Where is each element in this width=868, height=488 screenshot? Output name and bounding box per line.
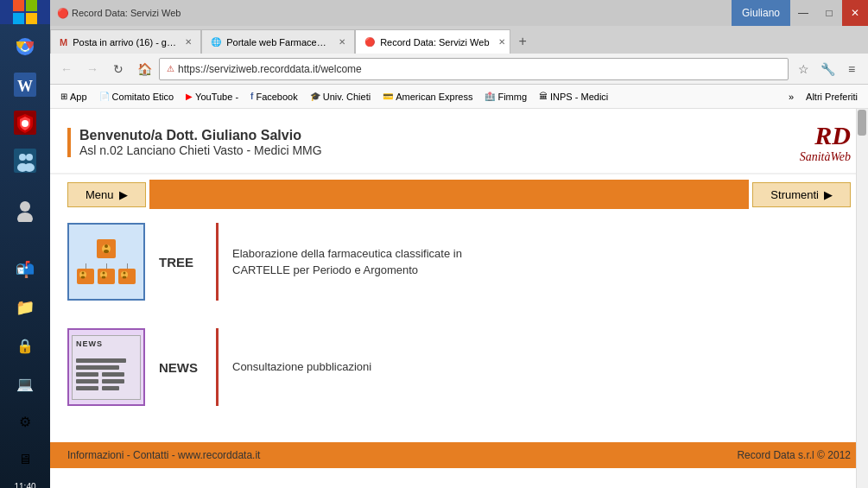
tree-item[interactable]: TREE Elaborazione della farmaceutica cla… [67, 223, 851, 314]
wrench-button[interactable]: 🔧 [816, 58, 839, 80]
logo-rd: RD [800, 121, 851, 150]
amex-icon: 💳 [383, 92, 393, 101]
tree-label: TREE [159, 255, 202, 269]
svg-point-22 [102, 276, 106, 279]
svg-point-19 [81, 276, 86, 279]
close-button[interactable]: ✕ [842, 0, 868, 26]
bookmark-apps[interactable]: ⊞ App [55, 90, 92, 104]
forward-button[interactable]: → [81, 58, 104, 80]
bookmark-youtube[interactable]: ▶ YouTube - [181, 90, 244, 104]
svg-point-11 [24, 163, 35, 172]
welcome-title: Benvenuto/a Dott. Giuliano Salvio [79, 128, 322, 143]
svg-point-24 [124, 272, 126, 275]
tab-close-recorddata[interactable]: ✕ [498, 37, 505, 47]
taskbar-icon-rdp[interactable]: 💻 [8, 366, 42, 401]
bookmark-others[interactable]: Altri Preferiti [801, 90, 863, 104]
bookmark-amex[interactable]: 💳 American Express [377, 90, 478, 104]
tab-farmaceutica[interactable]: 🌐 Portale web Farmaceutic... ✕ [201, 29, 355, 54]
taskbar-icon-mail[interactable]: 📬 [8, 252, 42, 287]
svg-point-21 [103, 272, 105, 275]
news-icon: NEWS [67, 328, 145, 406]
tabs-bar: M Posta in arrivo (16) - giuli... ✕ 🌐 Po… [50, 26, 868, 54]
strumenti-arrow-icon: ▶ [824, 188, 833, 201]
page-content: Benvenuto/a Dott. Giuliano Salvio Asl n.… [50, 109, 868, 488]
bookmark-facebook[interactable]: f Facebook [245, 90, 303, 104]
tab-recorddata[interactable]: 🔴 Record Data: Servizi Web ✕ [355, 29, 510, 54]
taskbar-icon-lock[interactable]: 🔒 [8, 328, 42, 363]
footer-right: Record Data s.r.l © 2012 [737, 449, 851, 461]
svg-point-16 [104, 250, 109, 253]
bookmark-univ-label: Univ. Chieti [323, 92, 371, 102]
news-item[interactable]: NEWS [67, 328, 851, 420]
comitato-icon: 📄 [99, 92, 110, 101]
clock-time: 11:40 [14, 482, 35, 488]
menu-bar: Menu ▶ Strumenti ▶ [50, 174, 868, 214]
bookmark-amex-label: American Express [396, 92, 472, 102]
browser-window: 🔴 Record Data: Servizi Web Giuliano — □ … [50, 0, 868, 488]
footer-left[interactable]: Informazioni - Contatti - www.recorddata… [67, 449, 260, 461]
tab-close-farmaceutica[interactable]: ✕ [339, 37, 345, 47]
taskbar-icon-people[interactable] [8, 143, 42, 178]
menu-button[interactable]: Menu ▶ [67, 182, 146, 207]
taskbar-icon-folder[interactable]: 📁 [8, 290, 42, 325]
title-bar-user: Giuliano [732, 0, 790, 26]
nav-right-buttons: ☆ 🔧 ≡ [792, 58, 863, 80]
tree-description: Elaborazione della farmaceutica classifi… [232, 245, 462, 279]
bookmark-univ[interactable]: 🎓 Univ. Chieti [305, 90, 376, 104]
menu-arrow-icon: ▶ [119, 188, 128, 201]
menu-center-bar [149, 180, 750, 209]
back-button[interactable]: ← [55, 58, 78, 80]
bookmark-apps-label: App [70, 92, 87, 102]
more-button[interactable]: ≡ [840, 58, 863, 80]
scrollbar[interactable] [856, 109, 868, 488]
bookmark-comitato[interactable]: 📄 Comitato Etico [94, 90, 180, 104]
taskbar-icon-person[interactable] [8, 193, 42, 228]
taskbar-icon-word[interactable]: W [8, 67, 42, 102]
tab-gmail[interactable]: M Posta in arrivo (16) - giuli... ✕ [50, 29, 201, 54]
taskbar-icon-settings[interactable]: ⚙ [8, 404, 42, 439]
username-label: Giuliano [742, 7, 780, 19]
title-bar-controls: — □ ✕ [790, 0, 868, 26]
svg-point-6 [22, 120, 29, 127]
tree-divider [216, 223, 219, 301]
taskbar: W � [0, 0, 50, 488]
bookmark-inps-label: INPS - Medici [550, 92, 608, 102]
welcome-header: Benvenuto/a Dott. Giuliano Salvio Asl n.… [50, 109, 868, 174]
title-bar: 🔴 Record Data: Servizi Web Giuliano — □ … [50, 0, 868, 26]
reload-button[interactable]: ↻ [107, 58, 130, 80]
minimize-button[interactable]: — [790, 0, 816, 26]
scrollbar-thumb[interactable] [858, 110, 866, 136]
svg-point-8 [19, 154, 26, 161]
star-button[interactable]: ☆ [792, 58, 814, 80]
strumenti-button[interactable]: Strumenti ▶ [752, 182, 851, 207]
bookmark-facebook-label: Facebook [256, 92, 297, 102]
bookmark-fimmg[interactable]: 🏥 Fimmg [479, 90, 532, 104]
svg-point-13 [17, 212, 33, 222]
bookmark-more[interactable]: » [783, 90, 799, 104]
taskbar-icon-shield[interactable] [8, 105, 42, 140]
new-tab-button[interactable]: + [510, 29, 535, 54]
news-description: Consultazione pubblicazioni [232, 358, 371, 376]
logo-block: RD SanitàWeb [800, 121, 851, 164]
home-button[interactable]: 🏠 [133, 58, 155, 80]
address-bar[interactable]: ⚠ https://serviziweb.recorddata.it/welco… [159, 58, 789, 80]
svg-point-18 [82, 272, 85, 275]
svg-point-12 [20, 201, 30, 212]
bookmark-inps[interactable]: 🏛 INPS - Medici [534, 90, 613, 104]
tab-close-gmail[interactable]: ✕ [185, 37, 192, 47]
bookmark-others-label: Altri Preferiti [806, 92, 858, 102]
news-divider [216, 328, 219, 406]
news-label: NEWS [159, 360, 202, 375]
taskbar-icon-monitor[interactable]: 🖥 [8, 442, 42, 477]
news-desc-text: Consultazione pubblicazioni [232, 360, 371, 373]
maximize-button[interactable]: □ [816, 0, 842, 26]
tree-icon [67, 223, 145, 301]
start-button[interactable] [0, 0, 50, 24]
taskbar-clock: 11:40 07/05/15 [9, 482, 42, 488]
taskbar-icons: W � [8, 24, 42, 482]
url-text: https://serviziweb.recorddata.it/welcome [178, 63, 362, 75]
taskbar-icon-chrome[interactable] [8, 29, 42, 64]
facebook-icon: f [250, 92, 253, 101]
bookmark-youtube-label: YouTube - [195, 92, 238, 102]
tree-desc-text: Elaborazione della farmaceutica classifi… [232, 247, 462, 277]
